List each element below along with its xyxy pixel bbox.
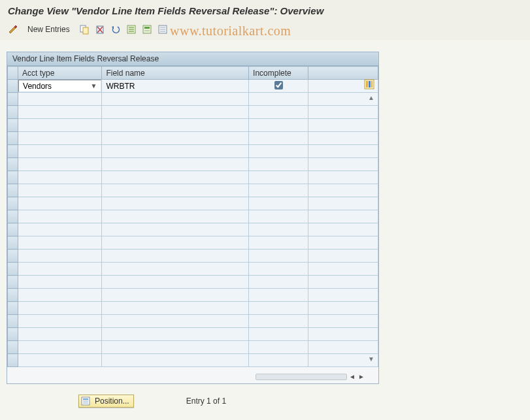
row-selector[interactable]: [8, 263, 18, 276]
hscroll-track[interactable]: [256, 374, 347, 380]
acct-type-cell[interactable]: [18, 93, 102, 106]
scroll-right-icon[interactable]: ►: [357, 373, 365, 381]
col-header-incomplete[interactable]: Incomplete: [249, 67, 308, 80]
field-name-cell[interactable]: WRBTR: [102, 80, 249, 93]
table-settings-icon[interactable]: [364, 79, 376, 91]
incomplete-cell[interactable]: [249, 93, 308, 106]
row-selector[interactable]: [8, 302, 18, 315]
field-name-cell[interactable]: [102, 132, 249, 145]
acct-type-cell[interactable]: [18, 132, 102, 145]
acct-type-cell[interactable]: [18, 184, 102, 197]
row-selector[interactable]: [8, 184, 18, 197]
field-name-cell[interactable]: [102, 223, 249, 236]
col-header-acct-type[interactable]: Acct type: [18, 67, 102, 80]
acct-type-cell[interactable]: [18, 171, 102, 184]
row-selector[interactable]: [8, 289, 18, 302]
acct-type-cell[interactable]: [18, 315, 102, 328]
scroll-up-icon[interactable]: ▲: [367, 93, 376, 103]
col-header-field-name[interactable]: Field name: [102, 67, 249, 80]
field-name-cell[interactable]: [102, 289, 249, 302]
deselect-all-icon[interactable]: [156, 23, 169, 36]
incomplete-cell[interactable]: [249, 197, 308, 210]
acct-type-cell[interactable]: [18, 106, 102, 119]
incomplete-cell[interactable]: [249, 171, 308, 184]
row-selector[interactable]: [8, 315, 18, 328]
undo-icon[interactable]: [109, 23, 122, 36]
select-block-icon[interactable]: [141, 23, 154, 36]
acct-type-cell[interactable]: [18, 263, 102, 276]
incomplete-cell[interactable]: [249, 119, 308, 132]
incomplete-cell[interactable]: [249, 289, 308, 302]
incomplete-cell[interactable]: [249, 184, 308, 197]
row-selector[interactable]: [8, 119, 18, 132]
field-name-cell[interactable]: [102, 93, 249, 106]
toggle-change-icon[interactable]: [7, 23, 20, 36]
new-entries-button[interactable]: New Entries: [22, 24, 75, 35]
incomplete-cell[interactable]: [249, 302, 308, 315]
incomplete-cell[interactable]: [249, 341, 308, 354]
field-name-cell[interactable]: [102, 145, 249, 158]
row-selector[interactable]: [8, 106, 18, 119]
acct-type-cell[interactable]: [18, 276, 102, 289]
row-selector[interactable]: [8, 145, 18, 158]
field-name-cell[interactable]: [102, 341, 249, 354]
field-name-cell[interactable]: [102, 210, 249, 223]
field-name-cell[interactable]: [102, 197, 249, 210]
row-selector[interactable]: [8, 276, 18, 289]
field-name-cell[interactable]: [102, 263, 249, 276]
incomplete-cell[interactable]: [249, 263, 308, 276]
field-name-cell[interactable]: [102, 184, 249, 197]
acct-type-cell[interactable]: [18, 210, 102, 223]
acct-type-cell[interactable]: [18, 145, 102, 158]
acct-type-cell[interactable]: [18, 197, 102, 210]
row-selector[interactable]: [8, 354, 18, 367]
row-selector[interactable]: [8, 158, 18, 171]
acct-type-cell[interactable]: [18, 223, 102, 236]
incomplete-cell[interactable]: [249, 132, 308, 145]
row-selector[interactable]: [8, 210, 18, 223]
incomplete-cell[interactable]: [249, 328, 308, 341]
row-selector[interactable]: [8, 93, 18, 106]
incomplete-cell[interactable]: [249, 80, 308, 93]
incomplete-cell[interactable]: [249, 106, 308, 119]
field-name-cell[interactable]: [102, 158, 249, 171]
delete-icon[interactable]: [93, 23, 107, 36]
row-selector[interactable]: [8, 341, 18, 354]
field-name-cell[interactable]: [102, 315, 249, 328]
copy-as-icon[interactable]: [78, 23, 91, 36]
incomplete-cell[interactable]: [249, 223, 308, 236]
row-selector[interactable]: [8, 250, 18, 263]
row-selector[interactable]: [8, 197, 18, 210]
field-name-cell[interactable]: [102, 250, 249, 263]
dropdown-icon[interactable]: ▼: [91, 82, 97, 89]
scroll-left-icon[interactable]: ◄: [348, 373, 356, 381]
position-button[interactable]: Position...: [78, 395, 134, 408]
acct-type-cell[interactable]: Vendors▼: [18, 80, 102, 93]
acct-type-cell[interactable]: [18, 158, 102, 171]
incomplete-cell[interactable]: [249, 236, 308, 250]
acct-type-cell[interactable]: [18, 328, 102, 341]
select-all-rows[interactable]: [8, 67, 18, 80]
field-name-cell[interactable]: [102, 171, 249, 184]
acct-type-cell[interactable]: [18, 250, 102, 263]
row-selector[interactable]: [8, 223, 18, 236]
select-all-icon[interactable]: [125, 23, 138, 36]
acct-type-cell[interactable]: [18, 354, 102, 367]
incomplete-cell[interactable]: [249, 158, 308, 171]
field-name-cell[interactable]: [102, 276, 249, 289]
incomplete-cell[interactable]: [249, 276, 308, 289]
acct-type-cell[interactable]: [18, 119, 102, 132]
incomplete-cell[interactable]: [249, 145, 308, 158]
field-name-cell[interactable]: [102, 302, 249, 315]
incomplete-cell[interactable]: [249, 210, 308, 223]
field-name-cell[interactable]: [102, 119, 249, 132]
incomplete-cell[interactable]: [249, 354, 308, 367]
field-name-cell[interactable]: [102, 106, 249, 119]
scroll-down-icon[interactable]: ▼: [367, 355, 376, 364]
horizontal-scrollbar[interactable]: ◄ ►: [256, 373, 365, 381]
field-name-cell[interactable]: [102, 354, 249, 367]
row-selector[interactable]: [8, 80, 18, 93]
acct-type-cell[interactable]: [18, 341, 102, 354]
row-selector[interactable]: [8, 328, 18, 341]
incomplete-cell[interactable]: [249, 315, 308, 328]
